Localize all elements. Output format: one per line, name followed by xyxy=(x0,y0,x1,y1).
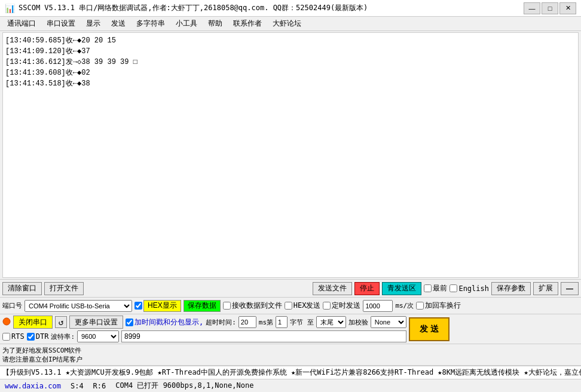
website-link[interactable]: www.daxia.com xyxy=(5,382,61,390)
row3: 关闭串口 ↺ 更多串口设置 加时间戳和分包显示, 超时时间: ms第 字节 至 … xyxy=(2,316,406,329)
timed-send-checkbox-group: 定时发送 xyxy=(323,301,360,311)
hex-display-checkbox-group: HEX显示 xyxy=(134,300,181,312)
close-port-button[interactable]: 关闭串口 xyxy=(13,316,53,329)
send-input[interactable] xyxy=(121,330,406,342)
interval-input[interactable] xyxy=(363,300,393,312)
timed-send-label: 定时发送 xyxy=(332,301,360,311)
menu-comm-port[interactable]: 通讯端口 xyxy=(2,17,41,30)
rts-checkbox-group: RTS xyxy=(2,332,25,341)
save-data-button[interactable]: 保存数据 xyxy=(184,300,221,312)
window-title: SSCOM V5.13.1 串口/网络数据调试器,作者:大虾丁丁,2618058… xyxy=(19,3,368,13)
add-timestamp-label: 加时间戳和分包显示, xyxy=(134,317,203,327)
menu-send[interactable]: 发送 xyxy=(106,17,130,30)
english-checkbox[interactable] xyxy=(449,284,457,292)
hex-send-checkbox-group: HEX发送 xyxy=(285,301,321,311)
menu-forum[interactable]: 大虾论坛 xyxy=(268,17,306,30)
dtr-checkbox-group: DTR xyxy=(27,332,49,341)
menu-display[interactable]: 显示 xyxy=(81,17,105,30)
r-count: R:6 xyxy=(93,382,106,390)
stop-button[interactable]: 停止 xyxy=(354,282,380,295)
close-button[interactable]: ✕ xyxy=(559,2,576,14)
clear-window-button[interactable]: 清除窗口 xyxy=(2,282,42,295)
add-timestamp-checkbox[interactable] xyxy=(126,318,133,326)
ms-label: ms第 xyxy=(259,318,273,327)
r-value: 6 xyxy=(102,382,106,390)
main-wrapper: [13:40:59.685]收←◆20 20 15 [13:41:09.120]… xyxy=(0,31,581,392)
collapse-button[interactable]: — xyxy=(561,282,579,295)
timeout-label: 超时时间: xyxy=(206,318,236,327)
hex-send-checkbox[interactable] xyxy=(285,302,292,310)
timeout-input[interactable] xyxy=(238,316,256,328)
menu-bar: 通讯端口 串口设置 显示 发送 多字符串 小工具 帮助 联系作者 大虾论坛 xyxy=(0,17,581,31)
english-label: English xyxy=(458,284,489,293)
blue-send-area-button[interactable]: 青发送区 xyxy=(382,282,421,295)
menu-contact[interactable]: 联系作者 xyxy=(228,17,267,30)
website-anchor[interactable]: www.daxia.com xyxy=(5,382,61,390)
refresh-icon[interactable]: ↺ xyxy=(55,316,67,328)
port-select[interactable]: COM4 Prolific USB-to-Seria xyxy=(25,300,132,312)
recv-to-file-checkbox-group: 接收数据到文件 xyxy=(223,301,282,311)
title-bar: 📊 SSCOM V5.13.1 串口/网络数据调试器,作者:大虾丁丁,26180… xyxy=(0,0,581,17)
window-controls: — □ ✕ xyxy=(524,2,576,14)
terminal-line-4: [13:41:39.608]收←◆02 xyxy=(5,68,576,78)
always-top-label: 最前 xyxy=(433,283,447,293)
terminal-line-2: [13:41:09.120]收←◆37 xyxy=(5,46,576,57)
svg-point-0 xyxy=(3,318,10,325)
english-checkbox-group: English xyxy=(449,284,489,293)
port-status: COM4 已打开 9600bps,8,1,None,None xyxy=(115,381,253,391)
row4: RTS DTR 波特率: 9600 xyxy=(2,330,406,342)
menu-tools[interactable]: 小工具 xyxy=(171,17,202,30)
add-crlf-checkbox-group: 加回车换行 xyxy=(416,301,461,311)
menu-multi-string[interactable]: 多字符串 xyxy=(132,17,170,30)
byte-num-input[interactable] xyxy=(276,316,288,328)
rts-checkbox[interactable] xyxy=(2,333,10,341)
terminal-line-1: [13:40:59.685]收←◆20 20 15 xyxy=(5,35,576,46)
advert-row: 为了更好地发展SSCOM软件 请您注册嘉立创IP结尾客户 xyxy=(0,344,581,366)
checksum-label: 加校验 xyxy=(348,318,368,327)
byte-label: 字节 至 xyxy=(290,318,314,327)
menu-help[interactable]: 帮助 xyxy=(203,17,227,30)
more-settings-button[interactable]: 更多串口设置 xyxy=(69,316,123,329)
terminal-line-5: [13:41:43.518]收←◆38 xyxy=(5,78,576,89)
hex-send-label: HEX发送 xyxy=(293,301,321,311)
left-controls: 关闭串口 ↺ 更多串口设置 加时间戳和分包显示, 超时时间: ms第 字节 至 … xyxy=(2,316,406,342)
terminal-area[interactable]: [13:40:59.685]收←◆20 20 15 [13:41:09.120]… xyxy=(2,32,579,278)
terminal-line-3: [13:41:36.612]发→◇38 39 39 39 □ xyxy=(5,57,576,68)
advert-line1: 为了更好地发展SSCOM软件 xyxy=(2,346,579,355)
menu-serial-settings[interactable]: 串口设置 xyxy=(42,17,80,30)
dtr-checkbox[interactable] xyxy=(27,333,35,341)
rts-label: RTS xyxy=(11,332,25,341)
checksum-select[interactable]: None xyxy=(371,316,406,328)
baud-label: 波特率: xyxy=(51,332,75,341)
add-crlf-label: 加回车换行 xyxy=(425,301,461,311)
banner-row: 【升级到V5.13.1 ★大资源MCU开发板9.9包邮 ★RT-Thread中国… xyxy=(0,366,581,379)
banner-text: 【升级到V5.13.1 ★大资源MCU开发板9.9包邮 ★RT-Thread中国… xyxy=(2,368,581,378)
expand-button[interactable]: 扩展 xyxy=(533,282,558,295)
s-value: 4 xyxy=(79,382,83,390)
status-bar: www.daxia.com S:4 R:6 COM4 已打开 9600bps,8… xyxy=(0,379,581,392)
circle-icon xyxy=(2,317,11,327)
bottom-area: 清除窗口 打开文件 发送文件 停止 青发送区 最前 English 保存参数 扩… xyxy=(0,279,581,366)
minimize-button[interactable]: — xyxy=(524,2,540,14)
combined-rows: 关闭串口 ↺ 更多串口设置 加时间戳和分包显示, 超时时间: ms第 字节 至 … xyxy=(0,314,581,344)
send-button[interactable]: 发 送 xyxy=(409,317,449,341)
maximize-button[interactable]: □ xyxy=(542,2,558,14)
always-top-checkbox-group: 最前 xyxy=(424,283,447,293)
hex-display-checkbox[interactable] xyxy=(134,302,142,310)
app-icon: 📊 xyxy=(5,4,15,13)
end-select[interactable]: 末尾 xyxy=(316,316,346,328)
open-file-button[interactable]: 打开文件 xyxy=(44,282,84,295)
recv-to-file-checkbox[interactable] xyxy=(223,302,231,310)
send-button-container: 发 送 xyxy=(409,316,449,342)
port-label: 端口号 xyxy=(2,301,22,310)
always-top-checkbox[interactable] xyxy=(424,284,432,292)
save-params-button[interactable]: 保存参数 xyxy=(491,282,531,295)
timed-send-checkbox[interactable] xyxy=(323,302,331,310)
send-file-button[interactable]: 发送文件 xyxy=(313,282,352,295)
baud-select[interactable]: 9600 xyxy=(77,330,119,342)
s-label: S: xyxy=(71,382,79,390)
interval-unit-label: ms/次 xyxy=(395,301,414,310)
add-crlf-checkbox[interactable] xyxy=(416,302,424,310)
s-count: S:4 xyxy=(71,382,84,390)
hex-display-button[interactable]: HEX显示 xyxy=(143,300,181,312)
